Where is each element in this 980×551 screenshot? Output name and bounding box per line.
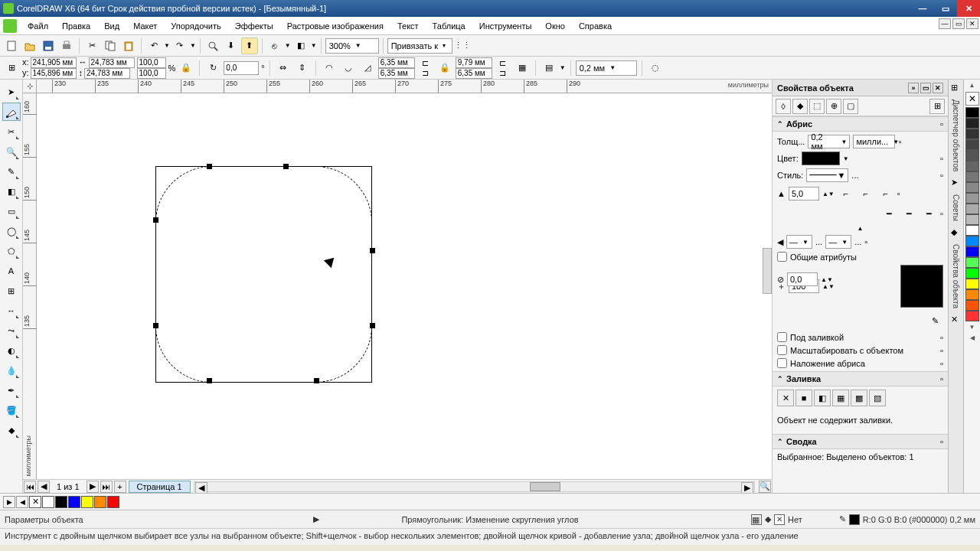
cap-style-2[interactable]: ━ bbox=[900, 205, 917, 222]
fill-pattern-button[interactable]: ▦ bbox=[832, 390, 849, 406]
mdi-restore-button[interactable]: ▭ bbox=[952, 18, 965, 29]
prev-page-button[interactable]: ◀ bbox=[38, 481, 50, 493]
corner-br-input[interactable] bbox=[456, 68, 492, 79]
doc-palette-nocolor[interactable]: ✕ bbox=[29, 496, 41, 508]
docker-close-button[interactable]: ✕ bbox=[933, 83, 943, 93]
table-tool[interactable]: ⊞ bbox=[2, 282, 21, 300]
menu-bitmaps[interactable]: Растровые изображения bbox=[281, 19, 390, 33]
save-button[interactable] bbox=[40, 37, 57, 54]
rotation-input[interactable] bbox=[224, 61, 259, 75]
color-swatch[interactable] bbox=[965, 289, 979, 300]
next-page-button[interactable]: ▶ bbox=[87, 481, 99, 493]
doc-color-swatch[interactable] bbox=[107, 496, 119, 508]
fill-none-button[interactable]: ✕ bbox=[777, 390, 794, 406]
last-page-button[interactable]: ⏭ bbox=[100, 481, 113, 493]
arrow-end-combo[interactable]: —▼ bbox=[825, 235, 851, 249]
ruler-origin[interactable]: ⊹ bbox=[23, 80, 37, 93]
width-input[interactable] bbox=[89, 57, 135, 68]
arrow-end-more[interactable]: ... bbox=[854, 237, 861, 246]
corner-style-3[interactable]: ⌐ bbox=[877, 185, 894, 202]
options-button[interactable]: ⋮⋮ bbox=[454, 37, 471, 54]
color-swatch[interactable] bbox=[965, 236, 979, 246]
mdi-minimize-button[interactable]: — bbox=[939, 18, 951, 29]
doc-color-swatch[interactable] bbox=[68, 496, 80, 508]
status-expand-icon[interactable]: ▶ bbox=[313, 514, 319, 524]
arrow-start-more[interactable]: ... bbox=[815, 237, 822, 246]
thickness-unit-combo[interactable]: милли...▼ bbox=[853, 135, 895, 148]
interactive-fill-tool[interactable]: ◆ bbox=[2, 421, 21, 439]
menu-tools[interactable]: Инструменты bbox=[473, 19, 538, 33]
status-fill-swatch[interactable]: ✕ bbox=[774, 514, 785, 525]
doc-color-swatch[interactable] bbox=[55, 496, 67, 508]
section-fill-title[interactable]: Заливка bbox=[786, 374, 821, 383]
docker-tab-summary[interactable]: ▢ bbox=[843, 99, 858, 114]
color-swatch[interactable] bbox=[965, 268, 979, 279]
color-swatch[interactable] bbox=[965, 193, 979, 204]
menu-layout[interactable]: Макет bbox=[127, 19, 163, 33]
corner-style-2[interactable]: ⌐ bbox=[858, 185, 874, 202]
horizontal-ruler[interactable]: миллиметры 23023524024525025526026527027… bbox=[37, 80, 772, 93]
rectangle-tool[interactable]: ▭ bbox=[2, 202, 21, 220]
cut-button[interactable]: ✂ bbox=[83, 37, 100, 54]
palette-flyout-button[interactable]: ◀ bbox=[965, 334, 979, 341]
color-swatch[interactable] bbox=[965, 107, 979, 118]
scale-x-input[interactable] bbox=[137, 57, 166, 68]
palette-down-button[interactable]: ▼ bbox=[965, 323, 979, 331]
search-button[interactable] bbox=[204, 37, 221, 54]
open-button[interactable] bbox=[21, 37, 38, 54]
corner-bl-input[interactable] bbox=[378, 68, 415, 79]
color-swatch[interactable] bbox=[965, 204, 979, 214]
vtab-icon-2[interactable]: ➤ bbox=[951, 178, 962, 188]
section-outline-title[interactable]: Абрис bbox=[786, 119, 812, 129]
new-button[interactable] bbox=[3, 37, 20, 54]
mirror-h-button[interactable]: ⇔ bbox=[275, 60, 292, 77]
to-curves-button[interactable]: ◌ bbox=[647, 60, 664, 77]
behind-fill-checkbox[interactable] bbox=[777, 332, 787, 342]
pos-y-input[interactable] bbox=[31, 68, 77, 79]
drawing-canvas[interactable] bbox=[37, 93, 772, 479]
node-handle[interactable] bbox=[283, 164, 289, 169]
menu-text[interactable]: Текст bbox=[391, 19, 425, 33]
docker-tab-fill[interactable]: ◆ bbox=[792, 99, 808, 114]
fill-uniform-button[interactable]: ■ bbox=[795, 390, 812, 406]
doc-palette-left[interactable]: ◀ bbox=[16, 496, 28, 508]
color-swatch[interactable] bbox=[965, 139, 979, 150]
outline-width-combo[interactable]: 0,2 мм▼ bbox=[576, 60, 637, 76]
vtab-icon-1[interactable]: ⊞ bbox=[951, 83, 962, 93]
style-more-button[interactable]: ... bbox=[851, 171, 858, 180]
lock-ratio-button[interactable]: 🔒 bbox=[178, 60, 194, 77]
scale-with-checkbox[interactable] bbox=[777, 345, 787, 355]
vtab-object-props[interactable]: Свойства объекта bbox=[950, 241, 962, 311]
height-input[interactable] bbox=[84, 68, 130, 79]
doc-color-swatch[interactable] bbox=[42, 496, 54, 508]
node-handle[interactable] bbox=[207, 164, 212, 169]
launch-button[interactable]: ⎋ bbox=[266, 37, 283, 54]
fill-fountain-button[interactable]: ◧ bbox=[814, 390, 831, 406]
pick-tool[interactable]: ➤ bbox=[2, 83, 21, 101]
corner-lock-bottom2[interactable]: ⊐ bbox=[495, 68, 511, 78]
welcome-button[interactable]: ◧ bbox=[292, 37, 309, 54]
thickness-combo[interactable]: 0,2 мм▼ bbox=[808, 135, 850, 148]
vtab-icon-3[interactable]: ◆ bbox=[951, 227, 962, 238]
rounded-rectangle-shape[interactable] bbox=[155, 166, 372, 383]
color-swatch[interactable] bbox=[965, 300, 979, 311]
node-handle[interactable] bbox=[153, 323, 158, 328]
docker-tab-transparency[interactable]: ⬚ bbox=[809, 99, 825, 114]
pos-x-input[interactable] bbox=[31, 57, 77, 68]
shape-tool[interactable] bbox=[2, 103, 21, 121]
color-swatch[interactable] bbox=[965, 171, 979, 182]
doc-color-swatch[interactable] bbox=[81, 496, 93, 508]
polygon-tool[interactable]: ⬠ bbox=[2, 242, 21, 260]
undo-button[interactable]: ↶ bbox=[145, 37, 162, 54]
corner-lock-bottom[interactable]: ⊐ bbox=[417, 68, 434, 78]
corner-lock-top[interactable]: ⊏ bbox=[417, 58, 434, 68]
cap-style-1[interactable]: ━ bbox=[880, 205, 897, 222]
outline-tool[interactable]: ✒ bbox=[2, 381, 21, 399]
vertical-scrollbar[interactable] bbox=[763, 248, 772, 294]
paste-button[interactable] bbox=[120, 37, 137, 54]
text-tool[interactable]: A bbox=[2, 262, 21, 280]
minimize-button[interactable]: — bbox=[911, 0, 934, 17]
cap-style-3[interactable]: ━ bbox=[920, 205, 937, 222]
effects-tool[interactable]: ◐ bbox=[2, 341, 21, 360]
node-handle[interactable] bbox=[314, 378, 319, 383]
